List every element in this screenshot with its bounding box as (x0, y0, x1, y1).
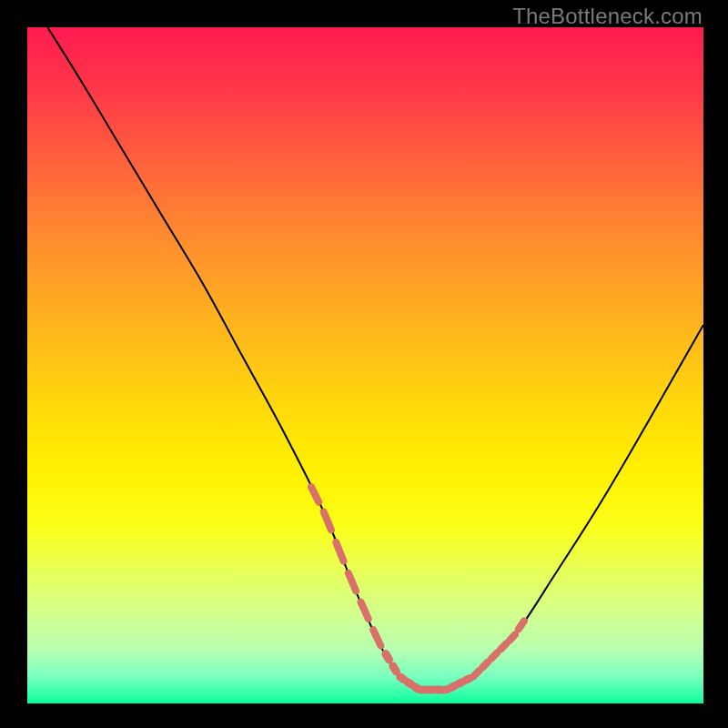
marker-group (311, 487, 524, 690)
left-dashes-seg (349, 573, 356, 591)
left-dashes-seg (324, 512, 331, 531)
watermark-text: TheBottleneck.com (512, 4, 703, 29)
right-dashes-seg (510, 634, 515, 641)
valley-dashes-seg (466, 679, 470, 681)
left-dashes-seg (361, 602, 369, 619)
right-dashes-seg (500, 644, 506, 650)
left-dashes-seg (311, 487, 318, 501)
plot-area (27, 27, 703, 703)
valley-dashes-seg (393, 666, 397, 672)
valley-dashes-seg (444, 690, 448, 691)
right-dashes-seg (491, 653, 497, 659)
right-dashes-seg (519, 621, 524, 629)
left-dashes-seg (336, 542, 343, 561)
valley-dashes-seg (451, 686, 455, 688)
valley-dashes-seg (400, 677, 404, 679)
chart-frame: TheBottleneck.com (0, 0, 728, 728)
valley-dashes-seg (415, 687, 419, 690)
curve-group (47, 27, 703, 692)
right-dashes-seg (482, 662, 488, 667)
left-dashes-seg (373, 630, 380, 645)
bottleneck-curve (47, 27, 703, 692)
valley-dashes-seg (459, 682, 462, 684)
chart-svg (27, 27, 703, 703)
right-dashes-seg (473, 671, 479, 676)
valley-dashes-seg (386, 654, 389, 660)
valley-dashes-seg (408, 682, 411, 684)
